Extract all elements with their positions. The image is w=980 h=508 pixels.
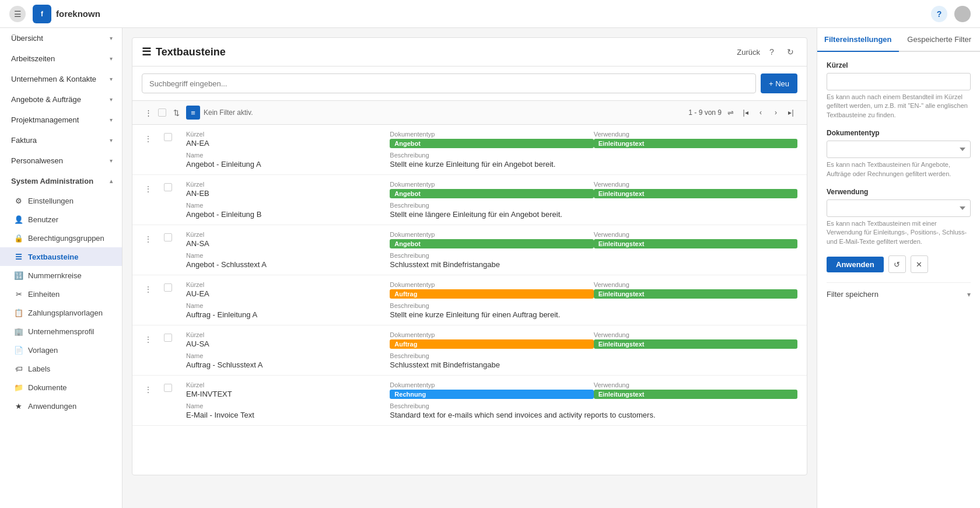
more-options-icon[interactable]: ⋮ bbox=[142, 106, 155, 119]
sidebar-sub-berechtigungsgruppen[interactable]: 🔒 Berechtigungsgruppen bbox=[0, 229, 122, 247]
menu-icon[interactable]: ☰ bbox=[9, 6, 26, 22]
back-button[interactable]: Zurück bbox=[737, 48, 760, 57]
field-dokumententyp: Dokumententyp Auftrag bbox=[390, 281, 593, 299]
row-actions: ⋮ bbox=[142, 131, 159, 145]
dokumententyp-select[interactable]: Angebot Auftrag Rechnung bbox=[827, 141, 971, 158]
name-field-label: Name bbox=[186, 402, 390, 409]
prev-page-button[interactable]: ‹ bbox=[754, 106, 767, 119]
lock-icon: 🔒 bbox=[14, 233, 23, 243]
sidebar-sub-zahlungsplanvorlagen[interactable]: 📋 Zahlungsplanvorlagen bbox=[0, 303, 122, 322]
tab-filtereinstellungen[interactable]: Filtereinstellungen bbox=[817, 28, 899, 52]
sidebar-item-arbeitszeiten[interactable]: Arbeitszeiten ▾ bbox=[0, 48, 122, 69]
topbar-left: ☰ f foreknown bbox=[9, 5, 100, 23]
right-panel-tabs: Filtereinstellungen Gespeicherte Filter bbox=[817, 28, 980, 52]
sidebar-sub-anwendungen[interactable]: ★ Anwendungen bbox=[0, 397, 122, 415]
help-icon[interactable]: ? bbox=[931, 6, 947, 22]
sidebar-item-faktura[interactable]: Faktura ▾ bbox=[0, 130, 122, 150]
sidebar-sub-labels[interactable]: 🏷 Labels bbox=[0, 359, 122, 378]
reset-button[interactable]: ↺ bbox=[888, 255, 906, 273]
sidebar-sub-label: Labels bbox=[28, 365, 50, 373]
row-select-checkbox[interactable] bbox=[164, 133, 172, 141]
next-page-button[interactable]: › bbox=[769, 106, 782, 119]
field-dokumententyp: Dokumententyp Angebot bbox=[390, 231, 593, 248]
row-checkbox[interactable] bbox=[164, 331, 181, 342]
row-more-icon[interactable]: ⋮ bbox=[142, 283, 155, 295]
verwendung-hint: Es kann nach Textbausteinen mit einer Ve… bbox=[827, 219, 971, 246]
avatar[interactable] bbox=[954, 6, 971, 22]
row-checkbox[interactable] bbox=[164, 181, 181, 191]
field-dokumententyp: Dokumententyp Angebot bbox=[390, 181, 593, 198]
row-select-checkbox[interactable] bbox=[164, 334, 172, 342]
right-panel: Filtereinstellungen Gespeicherte Filter … bbox=[817, 28, 980, 508]
new-button[interactable]: + Neu bbox=[761, 73, 797, 93]
sidebar-sub-label: Zahlungsplanvorlagen bbox=[28, 309, 103, 317]
row-select-checkbox[interactable] bbox=[164, 183, 172, 191]
folder-icon: 📁 bbox=[14, 383, 23, 392]
sort-icon[interactable]: ⇅ bbox=[170, 106, 183, 119]
row-checkbox[interactable] bbox=[164, 231, 181, 241]
filter-active-icon[interactable]: ≡ bbox=[186, 106, 200, 120]
sidebar-sub-einstellungen[interactable]: ⚙ Einstellungen bbox=[0, 191, 122, 210]
row-checkbox[interactable] bbox=[164, 131, 181, 141]
row-more-icon[interactable]: ⋮ bbox=[142, 183, 155, 195]
verwendung-field-label: Verwendung bbox=[594, 131, 797, 138]
search-input[interactable] bbox=[142, 73, 756, 93]
sidebar-sub-vorlagen[interactable]: 📄 Vorlagen bbox=[0, 341, 122, 359]
sidebar-item-ubersicht[interactable]: Übersicht ▾ bbox=[0, 28, 122, 48]
logo-icon: f bbox=[33, 5, 51, 23]
verwendung-select[interactable]: Einleitungstext Positionstext Schlusstex… bbox=[827, 199, 971, 217]
help-circle-icon[interactable]: ? bbox=[765, 45, 779, 59]
beschreibung-field-label: Beschreibung bbox=[390, 152, 797, 159]
kuerzel-field-label: Kürzel bbox=[186, 281, 390, 288]
sidebar-sub-label: Unternehmensprofil bbox=[28, 327, 94, 336]
row-more-icon[interactable]: ⋮ bbox=[142, 133, 155, 145]
sidebar-sub-einheiten[interactable]: ✂ Einheiten bbox=[0, 285, 122, 303]
sidebar-item-system-admin[interactable]: System Administration ▴ bbox=[0, 171, 122, 191]
kuerzel-input[interactable] bbox=[827, 73, 971, 90]
chevron-down-icon: ▾ bbox=[110, 137, 113, 143]
select-all-checkbox[interactable] bbox=[158, 108, 166, 117]
row-select-checkbox[interactable] bbox=[164, 384, 172, 392]
tab-gespeicherte-filter[interactable]: Gespeicherte Filter bbox=[899, 28, 981, 52]
field-dokumententyp: Dokumententyp Auftrag bbox=[390, 331, 593, 349]
sidebar-item-personalwesen[interactable]: Personalwesen ▾ bbox=[0, 150, 122, 171]
sidebar-item-label: Arbeitszeiten bbox=[11, 54, 55, 63]
field-name: Name Angebot - Schlusstext A bbox=[186, 252, 390, 269]
field-name: Name E-Mail - Invoice Text bbox=[186, 402, 390, 419]
sidebar-item-label: Übersicht bbox=[11, 34, 43, 43]
sidebar-item-unternehmen[interactable]: Unternehmen & Kontakte ▾ bbox=[0, 69, 122, 89]
row-actions: ⋮ bbox=[142, 331, 159, 345]
sidebar-item-projektmanagement[interactable]: Projektmanagement ▾ bbox=[0, 110, 122, 130]
dokumententyp-field-label: Dokumententyp bbox=[390, 131, 593, 138]
name-field-label: Name bbox=[186, 202, 390, 209]
verwendung-label: Verwendung bbox=[827, 188, 971, 196]
sidebar-item-label: Faktura bbox=[11, 136, 37, 145]
row-checkbox[interactable] bbox=[164, 281, 181, 292]
apply-button[interactable]: Anwenden bbox=[827, 257, 884, 272]
sort-options-icon[interactable]: ⇌ bbox=[724, 106, 737, 119]
row-more-icon[interactable]: ⋮ bbox=[142, 233, 155, 245]
beschreibung-field-label: Beschreibung bbox=[390, 402, 797, 409]
sidebar-sub-unternehmensprofil[interactable]: 🏢 Unternehmensprofil bbox=[0, 322, 122, 341]
row-checkbox[interactable] bbox=[164, 381, 181, 392]
row-select-checkbox[interactable] bbox=[164, 283, 172, 292]
last-page-button[interactable]: ▸| bbox=[785, 106, 797, 119]
clear-button[interactable]: ✕ bbox=[911, 255, 928, 273]
filter-bar: ⋮ ⇅ ≡ Kein Filter aktiv. 1 - 9 von 9 ⇌ |… bbox=[132, 101, 807, 125]
row-more-icon[interactable]: ⋮ bbox=[142, 334, 155, 345]
sidebar-sub-dokumente[interactable]: 📁 Dokumente bbox=[0, 378, 122, 397]
sidebar-sub-benutzer[interactable]: 👤 Benutzer bbox=[0, 210, 122, 229]
row-select-checkbox[interactable] bbox=[164, 233, 172, 241]
sidebar-sub-textbausteine[interactable]: ☰ Textbausteine bbox=[0, 247, 122, 266]
sidebar-item-label: Angebote & Aufträge bbox=[11, 95, 81, 104]
table-row: ⋮ Kürzel AN-SA Dokumententyp Angebot Ver… bbox=[132, 225, 807, 275]
clipboard-icon: 📋 bbox=[14, 308, 23, 317]
field-kuerzel: Kürzel EM-INVTEXT bbox=[186, 381, 390, 399]
first-page-button[interactable]: |◂ bbox=[739, 106, 752, 119]
refresh-icon[interactable]: ↻ bbox=[783, 45, 797, 59]
sidebar-sub-nummernkreise[interactable]: 🔢 Nummernkreise bbox=[0, 266, 122, 285]
sidebar-item-angebote[interactable]: Angebote & Aufträge ▾ bbox=[0, 89, 122, 110]
save-filter-row[interactable]: Filter speichern ▾ bbox=[827, 282, 971, 299]
field-verwendung: Verwendung Einleitungstext bbox=[594, 181, 797, 198]
row-more-icon[interactable]: ⋮ bbox=[142, 384, 155, 395]
